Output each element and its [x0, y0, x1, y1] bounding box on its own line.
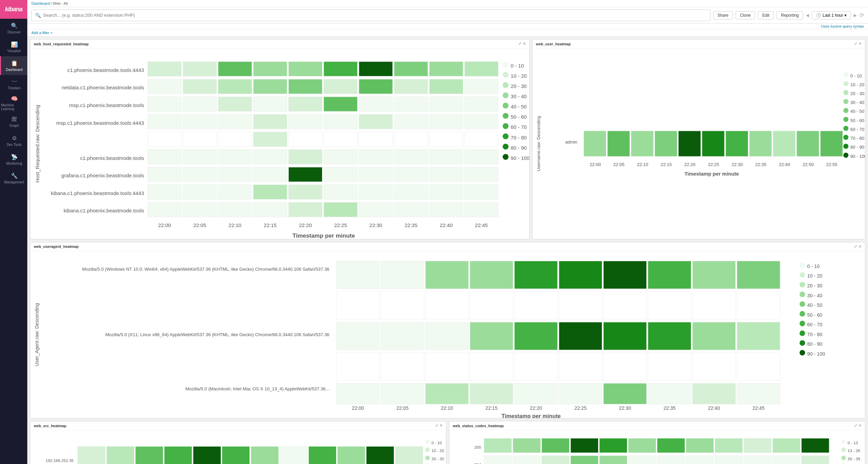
sidebar-label-timelion: Timelion	[8, 86, 20, 90]
svg-point-167	[843, 126, 848, 131]
sidebar-item-devtools[interactable]: ⚙ Dev Tools	[0, 131, 27, 150]
expand-icon-ua[interactable]: ⤢	[854, 244, 857, 249]
sidebar-item-graph[interactable]: 🕸 Graph	[0, 113, 27, 131]
svg-rect-191	[425, 291, 468, 319]
svg-rect-20	[183, 79, 217, 94]
svg-rect-179	[336, 261, 379, 289]
svg-point-429	[841, 455, 846, 460]
expand-icon-src[interactable]: ⤢	[435, 423, 438, 428]
panel-src-heatmap: web_src_heatmap ⤢ ✕ Src.raw: Descending …	[30, 421, 446, 464]
add-filter-link[interactable]: Add a filter +	[31, 31, 53, 35]
svg-rect-95	[359, 202, 393, 217]
svg-rect-97	[429, 202, 463, 217]
kibana-logo[interactable]: kibana	[0, 0, 27, 19]
svg-rect-198	[737, 291, 780, 319]
svg-text:40 - 50: 40 - 50	[511, 104, 527, 109]
svg-text:60 - 70: 60 - 70	[511, 124, 527, 130]
svg-rect-71	[218, 167, 252, 182]
svg-rect-41	[218, 114, 252, 129]
breadcrumb-dashboard[interactable]: Dashboard	[31, 1, 50, 5]
clone-button[interactable]: Clone	[736, 11, 755, 19]
search-bar[interactable]: 🔍	[31, 10, 710, 21]
sidebar-item-ml[interactable]: 🧠 Machine Learning	[0, 94, 27, 113]
svg-rect-46	[394, 114, 428, 129]
svg-rect-275	[395, 446, 423, 464]
svg-rect-138	[725, 131, 748, 156]
panel-tools-src: ⤢ ✕	[435, 423, 443, 428]
svg-text:Host_Requested.raw: Descending: Host_Requested.raw: Descending	[34, 105, 40, 182]
edit-button[interactable]: Edit	[758, 11, 774, 19]
search-input[interactable]	[43, 13, 707, 18]
sidebar-item-monitoring[interactable]: 📡 Monitoring	[0, 150, 27, 169]
svg-rect-345	[628, 438, 656, 453]
ml-icon: 🧠	[11, 95, 18, 102]
svg-rect-84	[324, 185, 358, 199]
svg-text:Timestamp per minute: Timestamp per minute	[292, 232, 355, 239]
svg-text:22:45: 22:45	[475, 222, 488, 228]
svg-text:22:15: 22:15	[661, 162, 672, 167]
svg-text:msp.c1.phoenix.beastmode.tools: msp.c1.phoenix.beastmode.tools:4443	[56, 120, 144, 126]
refresh-icon[interactable]: ⟳	[859, 12, 864, 18]
close-icon-user[interactable]: ✕	[858, 42, 862, 46]
svg-rect-274	[366, 446, 394, 464]
svg-rect-206	[648, 322, 691, 350]
sidebar-item-discover[interactable]: 🔍 Discover	[0, 19, 27, 38]
svg-rect-45	[359, 114, 393, 129]
svg-rect-32	[253, 97, 287, 111]
sidebar-item-dashboard[interactable]: 📋 Dashboard	[0, 56, 27, 75]
panel-useragent-heatmap: web_useragent_heatmap ⤢ ✕ User_Agent.raw…	[30, 242, 865, 418]
svg-rect-53	[289, 132, 322, 147]
svg-rect-203	[515, 322, 558, 350]
svg-rect-347	[686, 438, 714, 453]
svg-rect-197	[692, 291, 735, 319]
svg-rect-209	[336, 353, 379, 380]
panel-row-2: web_useragent_heatmap ⤢ ✕ User_Agent.raw…	[30, 242, 865, 418]
svg-rect-224	[559, 383, 602, 404]
panel-tools-status: ⤢ ✕	[854, 423, 862, 428]
svg-rect-50	[183, 132, 217, 147]
time-picker[interactable]: 🕐 Last 1 hour ▾	[812, 11, 851, 19]
visualize-icon: 📊	[11, 41, 18, 48]
svg-point-252	[799, 321, 805, 326]
sidebar-item-management[interactable]: 🔧 Management	[0, 169, 27, 188]
expand-icon[interactable]: ⤢	[518, 42, 521, 46]
sidebar-item-visualize[interactable]: 📊 Visualize	[0, 38, 27, 56]
close-icon[interactable]: ✕	[523, 42, 526, 46]
expand-icon-user[interactable]: ⤢	[854, 42, 857, 46]
sidebar-label-devtools: Dev Tools	[7, 143, 22, 147]
svg-rect-63	[289, 150, 322, 164]
svg-rect-205	[604, 322, 647, 350]
expand-icon-status[interactable]: ⤢	[854, 423, 857, 428]
monitoring-icon: 📡	[11, 154, 18, 160]
svg-text:Username.raw: Descending: Username.raw: Descending	[536, 116, 541, 171]
reporting-button[interactable]: Reporting	[777, 11, 803, 19]
svg-rect-267	[164, 446, 192, 464]
svg-point-173	[843, 153, 848, 158]
svg-text:70 - 80: 70 - 80	[511, 135, 527, 140]
share-button[interactable]: Share	[713, 11, 733, 19]
nav-arrow-right[interactable]: ▶	[854, 13, 857, 18]
sidebar-label-dashboard: Dashboard	[6, 68, 23, 72]
svg-point-116	[503, 92, 508, 98]
lucene-hint[interactable]: Uses lucene query syntax	[821, 24, 864, 28]
nav-arrow-left[interactable]: ◀	[806, 13, 809, 18]
svg-text:22:15: 22:15	[486, 405, 498, 411]
src-heatmap-svg: Src.raw: Descending 192.168.252.35 192.1…	[30, 430, 446, 464]
svg-text:netdata.c1.phoenix.beastmode.t: netdata.c1.phoenix.beastmode.tools	[62, 85, 144, 90]
svg-point-122	[503, 123, 508, 129]
svg-text:200: 200	[474, 445, 481, 450]
close-icon-status[interactable]: ✕	[858, 423, 862, 428]
panel-title-status: web_status_codes_heatmap	[453, 424, 504, 428]
svg-rect-355	[570, 455, 598, 464]
svg-rect-227	[692, 383, 735, 404]
svg-rect-181	[425, 261, 468, 289]
close-icon-ua[interactable]: ✕	[858, 244, 862, 249]
svg-text:22:50: 22:50	[802, 162, 814, 167]
svg-text:10 - 20: 10 - 20	[807, 273, 822, 279]
svg-text:40 - 50: 40 - 50	[807, 302, 822, 308]
svg-rect-142	[820, 131, 843, 156]
panel-title-user: web_user_heatmap	[536, 42, 571, 46]
close-icon-src[interactable]: ✕	[439, 423, 443, 428]
svg-rect-37	[429, 97, 463, 111]
sidebar-item-timelion[interactable]: 〰 Timelion	[0, 75, 27, 94]
